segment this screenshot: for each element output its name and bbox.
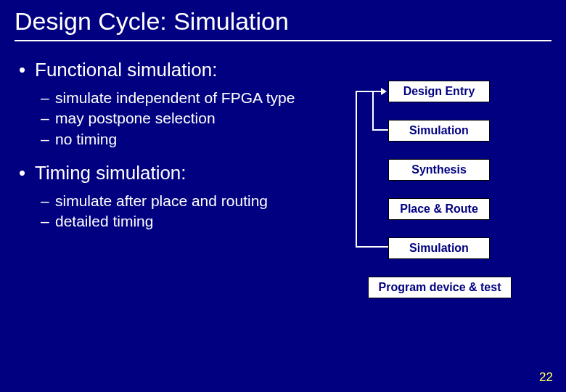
bullet-heading-timing: Timing simulation: — [19, 162, 301, 184]
diagram-box-synthesis: Synthesis — [388, 159, 490, 181]
diagram-connector — [372, 129, 388, 131]
bullet-heading-functional: Functional simulation: — [19, 59, 301, 81]
title-underline — [15, 40, 551, 41]
diagram-box-design-entry: Design Entry — [388, 81, 490, 102]
diagram-box-program-device: Program device & test — [368, 277, 512, 298]
sub-item: simulate after place and routing — [41, 192, 301, 211]
diagram-connector — [356, 91, 357, 248]
content-row: Functional simulation: simulate independ… — [15, 59, 551, 320]
page-number: 22 — [539, 370, 553, 385]
arrow-icon — [381, 88, 387, 95]
sub-item: simulate independent of FPGA type — [41, 89, 301, 107]
slide-title: Design Cycle: Simulation — [15, 7, 551, 36]
diagram-box-simulation-1: Simulation — [388, 120, 490, 142]
diagram-column: Design Entry Simulation Synthesis Place … — [308, 59, 551, 320]
sub-list-functional: simulate independent of FPGA type may po… — [41, 89, 301, 149]
sub-item: may postpone selection — [41, 109, 301, 128]
text-column: Functional simulation: simulate independ… — [15, 59, 301, 320]
sub-item: no timing — [41, 130, 301, 149]
design-cycle-diagram: Design Entry Simulation Synthesis Place … — [308, 81, 541, 320]
sub-item: detailed timing — [41, 212, 301, 231]
slide-container: Design Cycle: Simulation Functional simu… — [0, 0, 566, 392]
diagram-connector — [356, 246, 388, 248]
diagram-connector — [356, 91, 382, 92]
diagram-connector — [372, 91, 374, 131]
sub-list-timing: simulate after place and routing detaile… — [41, 192, 301, 232]
diagram-box-place-route: Place & Route — [388, 198, 490, 220]
diagram-box-simulation-2: Simulation — [388, 237, 490, 259]
